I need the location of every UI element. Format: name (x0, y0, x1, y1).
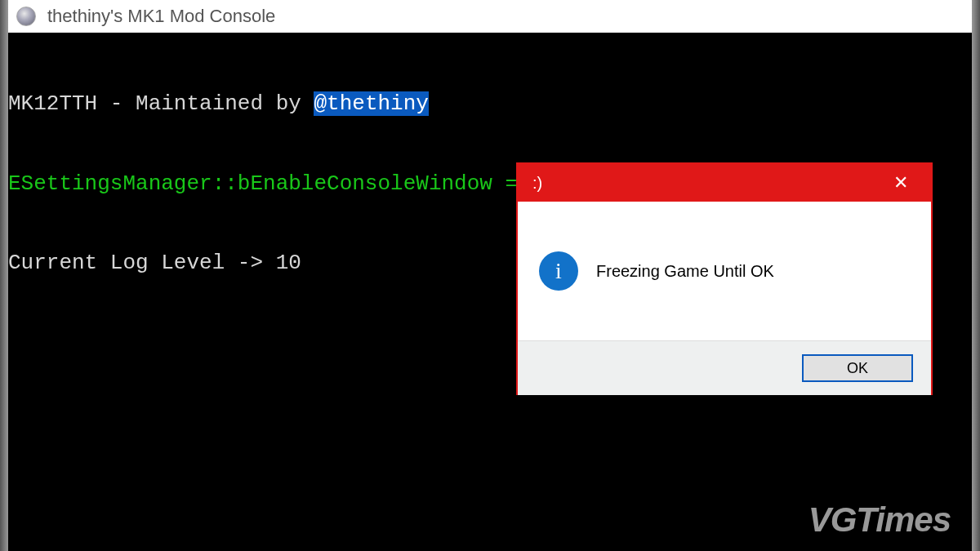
frame-shadow-left (0, 0, 8, 551)
info-icon: i (539, 251, 578, 291)
window-titlebar[interactable]: thethiny's MK1 Mod Console (8, 0, 972, 33)
message-dialog: :) ✕ i Freezing Game Until OK OK (516, 162, 933, 395)
frame-shadow-right (972, 0, 980, 551)
ok-button[interactable]: OK (802, 354, 913, 382)
dialog-body: i Freezing Game Until OK (518, 202, 931, 340)
console-window: thethiny's MK1 Mod Console MK12TTH - Mai… (8, 0, 972, 551)
console-handle-highlight: @thethiny (314, 91, 428, 116)
close-icon[interactable]: ✕ (885, 169, 916, 197)
watermark: VGTimes (808, 500, 951, 540)
console-line-1: MK12TTH - Maintained by @thethiny (8, 91, 972, 118)
dialog-titlebar[interactable]: :) ✕ (518, 164, 931, 202)
console-text: MK12TTH - Maintained by (8, 91, 314, 116)
dialog-title: :) (532, 174, 542, 193)
info-icon-glyph: i (555, 258, 562, 284)
window-title: thethiny's MK1 Mod Console (47, 6, 275, 27)
dialog-message: Freezing Game Until OK (596, 262, 774, 281)
app-icon (16, 7, 36, 26)
dialog-footer: OK (518, 340, 931, 395)
